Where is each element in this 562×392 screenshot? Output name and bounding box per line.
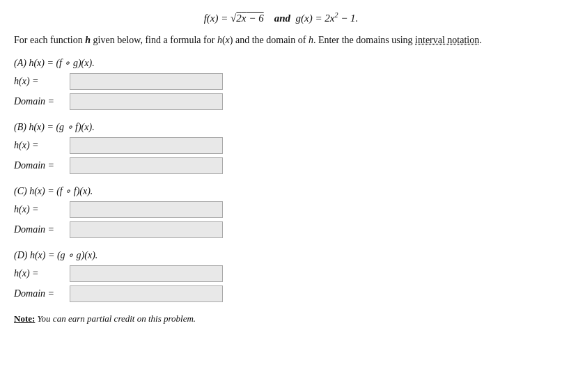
part-a-domain-label: Domain = (14, 96, 70, 107)
part-d-domain-row: Domain = (14, 285, 548, 302)
part-a-h-label: h(x) = (14, 76, 70, 87)
part-d-h-row: h(x) = (14, 265, 548, 282)
part-a: (A) h(x) = (f ∘ g)(x). h(x) = Domain = (14, 57, 548, 110)
part-d-domain-input[interactable] (70, 285, 223, 302)
part-d: (D) h(x) = (g ∘ g)(x). h(x) = Domain = (14, 249, 548, 302)
note: Note: You can earn partial credit on thi… (14, 313, 548, 324)
part-c-domain-row: Domain = (14, 221, 548, 238)
part-b-h-row: h(x) = (14, 137, 548, 154)
part-c: (C) h(x) = (f ∘ f)(x). h(x) = Domain = (14, 185, 548, 238)
part-b-domain-row: Domain = (14, 157, 548, 174)
part-c-h-label: h(x) = (14, 204, 70, 215)
part-a-h-input[interactable] (70, 73, 223, 90)
part-d-h-label: h(x) = (14, 268, 70, 279)
part-a-h-row: h(x) = (14, 73, 548, 90)
part-d-label: (D) h(x) = (g ∘ g)(x). (14, 249, 548, 261)
header-formula: f(x) = √2x − 6 f(x) = √(2x − 6) and g(x)… (14, 11, 548, 24)
note-text: You can earn partial credit on this prob… (38, 313, 196, 324)
part-c-domain-input[interactable] (70, 221, 223, 238)
part-b-h-input[interactable] (70, 137, 223, 154)
note-label: Note: (14, 313, 35, 324)
part-c-domain-label: Domain = (14, 224, 70, 235)
part-c-label: (C) h(x) = (f ∘ f)(x). (14, 185, 548, 197)
part-a-domain-row: Domain = (14, 93, 548, 110)
part-b-h-label: h(x) = (14, 140, 70, 151)
part-b-domain-input[interactable] (70, 157, 223, 174)
part-d-h-input[interactable] (70, 265, 223, 282)
part-d-domain-label: Domain = (14, 288, 70, 299)
part-a-domain-input[interactable] (70, 93, 223, 110)
part-b-label: (B) h(x) = (g ∘ f)(x). (14, 121, 548, 133)
part-c-h-row: h(x) = (14, 201, 548, 218)
part-c-h-input[interactable] (70, 201, 223, 218)
part-b: (B) h(x) = (g ∘ f)(x). h(x) = Domain = (14, 121, 548, 174)
part-a-label: (A) h(x) = (f ∘ g)(x). (14, 57, 548, 69)
part-b-domain-label: Domain = (14, 160, 70, 171)
instructions-text: For each function h given below, find a … (14, 33, 548, 47)
